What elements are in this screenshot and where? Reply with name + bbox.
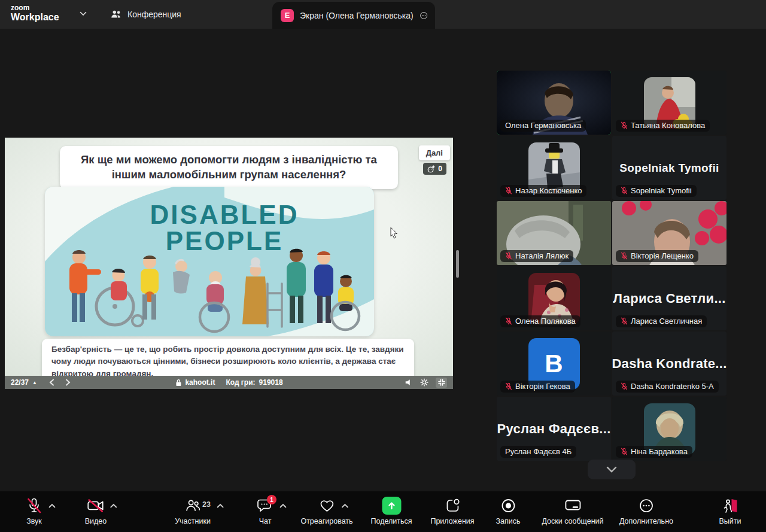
game-pin-value: 919018 <box>259 378 283 387</box>
screen-share-badge: Е <box>281 9 294 22</box>
participant-name-label: Лариса Светличная <box>616 315 707 327</box>
more-label: Дополнительно <box>619 517 673 525</box>
participant-tile[interactable]: Sopelniak Tymofii Sopelniak Tymofii <box>612 136 727 200</box>
logo-line-zoom: zoom <box>11 4 59 12</box>
participant-tile[interactable]: Лариса Светли... Лариса Светличная <box>612 266 727 330</box>
exit-fullscreen-icon[interactable] <box>436 378 447 388</box>
leave-label: Выйти <box>719 517 741 525</box>
video-button[interactable]: Видео <box>85 495 107 525</box>
chat-button[interactable]: 1 Чат <box>257 495 273 525</box>
tab-shared-screen[interactable]: Е Экран (Олена Германовська) <box>272 2 435 29</box>
record-icon <box>500 498 516 513</box>
chevron-up-icon[interactable] <box>341 503 348 508</box>
mic-muted-icon <box>505 382 512 390</box>
chevron-up-icon[interactable] <box>217 503 224 508</box>
apps-button[interactable]: Приложения <box>430 495 474 525</box>
disabled-people-illustration: DISABLED PEOPLE <box>45 187 374 336</box>
answers-icon <box>427 165 435 173</box>
tab-shared-screen-label: Экран (Олена Германовська) <box>300 11 414 20</box>
heart-icon <box>318 498 335 513</box>
chat-unread-badge: 1 <box>267 495 276 504</box>
tab-more-options-icon[interactable] <box>420 8 428 23</box>
illustration-title-line1: DISABLED <box>150 200 299 229</box>
participants-button[interactable]: 23 Участники <box>175 495 211 525</box>
more-button[interactable]: Дополнительно <box>619 495 673 525</box>
participant-name: Dasha Kondratenko 5-A <box>631 382 714 391</box>
chat-label: Чат <box>259 517 272 525</box>
mic-muted-icon <box>621 252 628 260</box>
kahoot-site-label: kahoot.it <box>185 378 215 387</box>
leave-meeting-icon <box>722 497 738 514</box>
chevron-down-icon <box>606 466 617 473</box>
chevron-up-icon[interactable] <box>110 503 117 508</box>
zoom-workplace-logo: zoom Workplace <box>11 4 59 23</box>
whiteboard-icon <box>564 498 582 513</box>
participants-icon <box>184 498 201 513</box>
chevron-up-icon[interactable] <box>48 503 56 508</box>
next-button[interactable]: Далі <box>419 145 450 160</box>
participant-tile[interactable]: Вікторія Лещенко <box>612 201 727 265</box>
logo-line-workplace: Workplace <box>11 12 59 23</box>
scrollbar-thumb[interactable] <box>456 250 459 278</box>
gear-icon[interactable] <box>420 378 428 387</box>
next-slide-icon[interactable] <box>65 379 71 386</box>
share-screen-icon <box>382 497 401 515</box>
participant-name: Ніна Бардакова <box>631 447 688 456</box>
share-screen-button[interactable]: Поделиться <box>370 495 412 525</box>
scroll-participants-down-button[interactable] <box>588 460 636 479</box>
mic-muted-icon <box>505 252 512 260</box>
answers-counter: 0 <box>423 163 446 175</box>
chevron-down-icon[interactable] <box>80 11 87 16</box>
participant-name-label: Вікторія Лещенко <box>616 250 698 262</box>
prev-slide-icon[interactable] <box>49 379 54 386</box>
participant-tile[interactable]: В Вікторія Гекова <box>497 332 611 396</box>
mic-muted-icon <box>26 497 42 514</box>
answers-count: 0 <box>438 165 442 173</box>
mic-muted-icon <box>505 187 512 194</box>
participant-name-label: Вікторія Гекова <box>500 381 575 393</box>
record-label: Запись <box>496 517 520 525</box>
volume-icon[interactable] <box>405 378 413 387</box>
participant-name-label: Олена Германовська <box>500 120 586 132</box>
participant-name: Вікторія Лещенко <box>631 251 694 260</box>
participant-name-label: Наталія Лялюк <box>500 250 573 262</box>
page-indicator[interactable]: 22/37 ▲ <box>11 378 37 387</box>
participant-name: Руслан Фадєєв 4Б <box>505 447 572 456</box>
top-bar: zoom Workplace Конференция Е Экран (Олен… <box>0 0 766 29</box>
record-button[interactable]: Запись <box>496 495 520 525</box>
leave-button[interactable]: Выйти <box>719 495 741 525</box>
participants-grid: Олена Германовська Татья <box>497 71 727 461</box>
participant-tile[interactable]: Руслан Фадєєв... Руслан Фадєєв 4Б <box>497 397 611 461</box>
people-icon <box>110 8 122 20</box>
tab-conference[interactable]: Конференция <box>110 0 181 29</box>
reactions-button[interactable]: Отреагировать <box>300 495 352 525</box>
participant-tile[interactable]: Олена Полякова <box>497 266 611 330</box>
participant-tile[interactable]: Татьяна Коновалова <box>612 71 727 135</box>
participant-name: Sopelniak Tymofii <box>631 186 692 195</box>
page-indicator-text: 22/37 <box>11 378 29 387</box>
audio-label: Звук <box>26 517 42 525</box>
participant-name: Татьяна Коновалова <box>631 121 705 130</box>
slide-illustration: DISABLED PEOPLE <box>45 187 374 336</box>
quiz-question: Як ще ми можемо допомогти людям з інвалі… <box>60 146 398 189</box>
participant-name: Наталія Лялюк <box>515 251 569 260</box>
participant-tile[interactable]: Ніна Бардакова <box>612 397 727 461</box>
whiteboards-button[interactable]: Доски сообщений <box>542 495 603 525</box>
participants-count-badge: 23 <box>202 500 211 509</box>
camera-muted-icon <box>87 497 105 514</box>
tab-conference-label: Конференция <box>127 10 181 19</box>
participant-tile[interactable]: Dasha Kondrate... Dasha Kondratenko 5-A <box>612 332 727 396</box>
participant-name-label: Руслан Фадєєв 4Б <box>500 446 576 458</box>
participant-tile[interactable]: Назар Костюченко <box>497 136 611 200</box>
participant-name: Назар Костюченко <box>515 186 582 195</box>
participant-name-label: Ніна Бардакова <box>616 446 692 458</box>
chevron-up-icon[interactable] <box>279 503 287 508</box>
audio-button[interactable]: Звук <box>26 495 42 525</box>
more-icon <box>639 498 654 513</box>
mic-muted-icon <box>505 317 512 325</box>
video-label: Видео <box>85 517 107 525</box>
mic-muted-icon <box>621 382 628 390</box>
participant-tile[interactable]: Наталія Лялюк <box>497 201 611 265</box>
participant-name: Олена Полякова <box>515 317 576 326</box>
participant-tile[interactable]: Олена Германовська <box>497 71 611 135</box>
